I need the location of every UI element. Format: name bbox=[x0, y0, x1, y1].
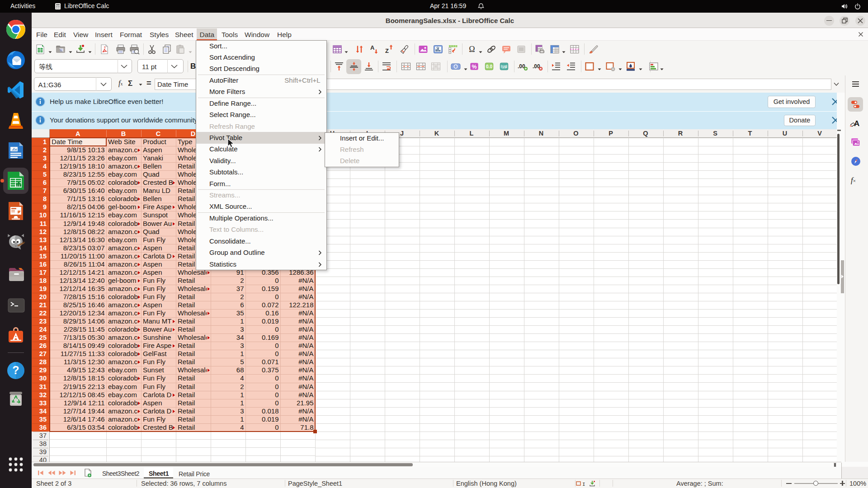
svg-text:?: ? bbox=[12, 364, 19, 376]
svg-text:A: A bbox=[370, 44, 375, 51]
svg-text:15: 15 bbox=[501, 65, 506, 69]
svg-text:0.0: 0.0 bbox=[486, 64, 492, 69]
svg-text:A: A bbox=[854, 119, 859, 128]
svg-text:I: I bbox=[582, 482, 585, 487]
svg-text:Z: Z bbox=[385, 47, 389, 54]
svg-text:Ω: Ω bbox=[469, 45, 475, 54]
svg-text:%: % bbox=[472, 64, 476, 70]
